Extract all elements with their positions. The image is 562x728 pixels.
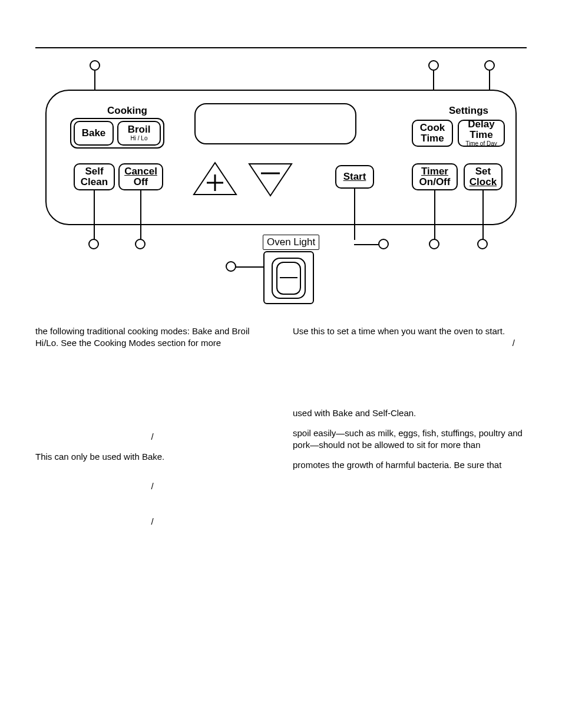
callout-marker [484,60,495,71]
callout-stem [94,190,95,240]
set-clock-button[interactable]: Set Clock [464,163,503,190]
cancel-off-button[interactable]: Cancel Off [118,163,163,190]
body-text: promotes the growth of harmful bacteria.… [293,459,527,471]
body-text: Use this to set a time when you want the… [293,326,505,336]
decrease-button[interactable] [244,159,296,200]
body-text: This can only be used with Bake. [35,451,269,463]
control-panel-diagram: Cooking Settings Bake Broil Hi / Lo Cook… [45,60,517,308]
cooking-section-label: Cooking [107,105,147,117]
left-column: the following traditional cooking modes:… [35,325,269,536]
callout-stem [235,266,263,268]
callout-stem [354,244,379,245]
right-column: Use this to set a time when you want the… [293,325,527,536]
oven-display [194,103,356,144]
callout-marker [428,60,439,71]
callout-marker [226,261,236,272]
callout-marker [429,239,439,249]
slash: / [293,337,527,349]
timer-button[interactable]: Timer On/Off [412,163,458,190]
callout-marker [135,239,146,249]
body-text: spoil easily—such as milk, eggs, fish, s… [293,427,527,452]
callout-marker [90,60,100,71]
svg-marker-3 [249,164,292,196]
slash: / [151,516,153,526]
settings-section-label: Settings [449,105,488,117]
body-text: used with Bake and Self-Clean. [293,407,527,419]
start-button[interactable]: Start [335,165,374,189]
callout-stem [354,189,355,240]
oven-light-label: Oven Light [263,235,319,250]
callout-marker [88,239,99,249]
callout-marker [378,239,389,249]
oven-light-switch-inner [276,262,301,295]
broil-button[interactable]: Broil Hi / Lo [117,121,161,146]
increase-button[interactable] [189,159,241,200]
broil-label: Broil [128,124,151,135]
callout-stem [433,71,434,91]
switch-separator [280,277,297,278]
callout-stem [94,71,95,91]
callout-stem [482,190,484,240]
rule-top [35,47,527,48]
delay-time-button[interactable]: Delay Time Time of Day [458,120,505,147]
bake-button[interactable]: Bake [74,121,114,146]
body-text: the following traditional cooking modes:… [35,325,269,350]
cook-time-button[interactable]: Cook Time [412,120,453,147]
slash: / [151,481,153,491]
callout-marker [477,239,488,249]
self-clean-button[interactable]: Self Clean [74,163,115,190]
bake-label: Bake [82,128,106,139]
callout-stem [434,190,435,240]
callout-stem [489,71,490,91]
slash: / [151,431,153,442]
broil-sublabel: Hi / Lo [131,136,148,142]
description-columns: the following traditional cooking modes:… [35,325,527,536]
callout-stem [140,190,141,240]
